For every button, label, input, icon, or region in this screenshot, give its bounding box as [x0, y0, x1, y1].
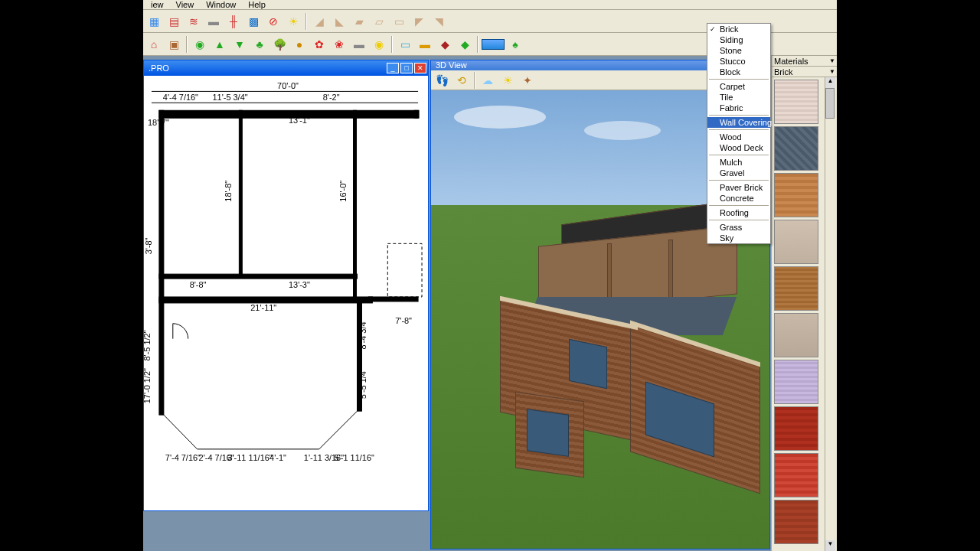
slope3-icon[interactable]: ▰ — [350, 12, 368, 31]
ctx-wood[interactable]: Wood — [707, 132, 770, 142]
floorplan-titlebar[interactable]: .PRO _ □ ✕ — [144, 60, 428, 76]
svg-text:8'-8": 8'-8" — [190, 280, 207, 289]
slope6-icon[interactable]: ◤ — [410, 12, 428, 31]
maximize-button[interactable]: □ — [400, 63, 413, 73]
window-buttons: _ □ ✕ — [387, 63, 428, 73]
ctx-wooddeck[interactable]: Wood Deck — [707, 142, 770, 153]
ctx-sky[interactable]: Sky — [707, 233, 770, 243]
ctx-mulch[interactable]: Mulch — [707, 157, 770, 168]
separator — [477, 36, 479, 53]
material-swatch[interactable] — [774, 126, 818, 171]
material-swatch[interactable] — [774, 406, 818, 451]
pattern-icon[interactable]: ▩ — [244, 12, 263, 31]
svg-text:8'-4 3/4": 8'-4 3/4" — [358, 318, 368, 349]
svg-text:17'-0 1/2": 17'-0 1/2" — [144, 368, 152, 403]
materials-selected: Brick — [774, 67, 792, 77]
pool-icon[interactable]: ▭ — [396, 35, 414, 54]
slope5-icon[interactable]: ▭ — [390, 12, 408, 31]
stairs-icon[interactable]: ▤ — [165, 12, 183, 31]
sun2-icon[interactable]: ☀ — [498, 71, 517, 90]
ctx-stone[interactable]: Stone — [707, 45, 770, 56]
deck-icon[interactable]: ◆ — [436, 35, 454, 54]
minimize-button[interactable]: _ — [387, 63, 399, 73]
bridge-icon[interactable]: ≋ — [185, 12, 203, 31]
material-swatch[interactable] — [774, 500, 818, 544]
svg-rect-11 — [159, 274, 358, 279]
material-swatch[interactable] — [774, 313, 818, 357]
slope7-icon[interactable]: ◥ — [430, 12, 448, 31]
material-swatch[interactable] — [774, 220, 818, 264]
flower-icon[interactable]: ✿ — [310, 35, 328, 54]
menu-view[interactable]: View — [170, 0, 201, 9]
chevron-down-icon[interactable]: ▼ — [829, 68, 837, 75]
close-button[interactable]: ✕ — [414, 63, 426, 73]
tree3-icon[interactable]: ♠ — [506, 35, 524, 54]
ctx-tile[interactable]: Tile — [707, 92, 770, 103]
svg-text:21'-11": 21'-11" — [250, 303, 276, 312]
fence-icon[interactable]: ╫ — [224, 12, 243, 31]
separator — [186, 36, 188, 53]
svg-rect-8 — [239, 110, 242, 278]
ctx-roofing[interactable]: Roofing — [707, 207, 770, 218]
material-swatch[interactable] — [774, 173, 818, 217]
ctx-brick[interactable]: ✓Brick — [707, 24, 770, 34]
plant-icon[interactable]: ❀ — [330, 35, 348, 54]
terrain2-icon[interactable]: ▲ — [211, 35, 229, 54]
house-icon[interactable]: ⌂ — [145, 35, 163, 54]
terrain3-icon[interactable]: ▼ — [230, 35, 249, 54]
grid-icon[interactable]: ▦ — [145, 12, 163, 31]
day-icon[interactable]: ☁ — [479, 71, 497, 90]
patio-icon[interactable]: ◆ — [456, 35, 474, 54]
svg-rect-23 — [159, 301, 164, 415]
car-icon[interactable]: ▬ — [416, 35, 434, 54]
slope4-icon[interactable]: ▱ — [370, 12, 388, 31]
rock-icon[interactable]: ▬ — [350, 35, 368, 54]
material-swatch[interactable] — [774, 266, 818, 311]
svg-text:4'-1": 4'-1" — [270, 453, 286, 462]
sun-icon[interactable]: ☀ — [284, 12, 302, 31]
scroll-thumb[interactable] — [825, 88, 835, 119]
light-icon[interactable]: ◉ — [370, 35, 388, 54]
compass-icon[interactable]: ✦ — [518, 71, 537, 90]
scroll-up-icon[interactable]: ▲ — [825, 77, 835, 88]
menu-separator — [709, 129, 769, 130]
slope2-icon[interactable]: ◣ — [330, 12, 348, 31]
menu-view-partial[interactable]: iew — [145, 0, 170, 9]
ctx-siding[interactable]: Siding — [707, 34, 770, 45]
materials-category-selector[interactable]: Brick ▼ — [772, 67, 837, 77]
ctx-concrete[interactable]: Concrete — [707, 193, 770, 204]
road-icon[interactable]: ▬ — [204, 12, 223, 31]
bush-icon[interactable]: ● — [290, 35, 309, 54]
menu-separator — [709, 79, 769, 80]
swatch-scrollbar[interactable]: ▲ ▼ — [825, 77, 835, 551]
ctx-wallcovering[interactable]: Wall Covering — [707, 117, 770, 128]
building-icon[interactable]: ▣ — [165, 35, 183, 54]
slope1-icon[interactable]: ◢ — [310, 12, 328, 31]
ctx-gravel[interactable]: Gravel — [707, 168, 770, 178]
menu-window[interactable]: Window — [200, 0, 242, 9]
scroll-down-icon[interactable]: ▼ — [825, 540, 835, 551]
ctx-fabric[interactable]: Fabric — [707, 103, 770, 113]
no-icon[interactable]: ⊘ — [264, 12, 283, 31]
menu-help[interactable]: Help — [242, 0, 272, 9]
tree1-icon[interactable]: ♣ — [250, 35, 269, 54]
terrain1-icon[interactable]: ◉ — [191, 35, 209, 54]
ctx-stucco[interactable]: Stucco — [707, 56, 770, 67]
tree2-icon[interactable]: 🌳 — [270, 35, 289, 54]
color-bar[interactable] — [482, 39, 505, 50]
svg-text:70'-0": 70'-0" — [277, 81, 299, 90]
orbit-icon[interactable]: ⟲ — [452, 71, 471, 90]
walk-icon[interactable]: 👣 — [433, 71, 451, 90]
material-swatch[interactable] — [774, 453, 818, 497]
svg-text:13'-3": 13'-3" — [289, 280, 310, 289]
material-swatch[interactable] — [774, 360, 818, 404]
ctx-block[interactable]: Block — [707, 67, 770, 77]
svg-text:5'-1 11/16": 5'-1 11/16" — [335, 453, 374, 462]
ctx-carpet[interactable]: Carpet — [707, 81, 770, 92]
chevron-down-icon[interactable]: ▼ — [829, 57, 837, 64]
floorplan-canvas[interactable]: 70'-0" 4'-4 7/16" 11'-5 3/4" 8'-2" — [144, 76, 428, 510]
svg-text:8'-5 1/2": 8'-5 1/2" — [144, 330, 152, 360]
ctx-paverbrick[interactable]: Paver Brick — [707, 182, 770, 193]
ctx-grass[interactable]: Grass — [707, 222, 770, 233]
material-swatch[interactable] — [774, 80, 818, 124]
